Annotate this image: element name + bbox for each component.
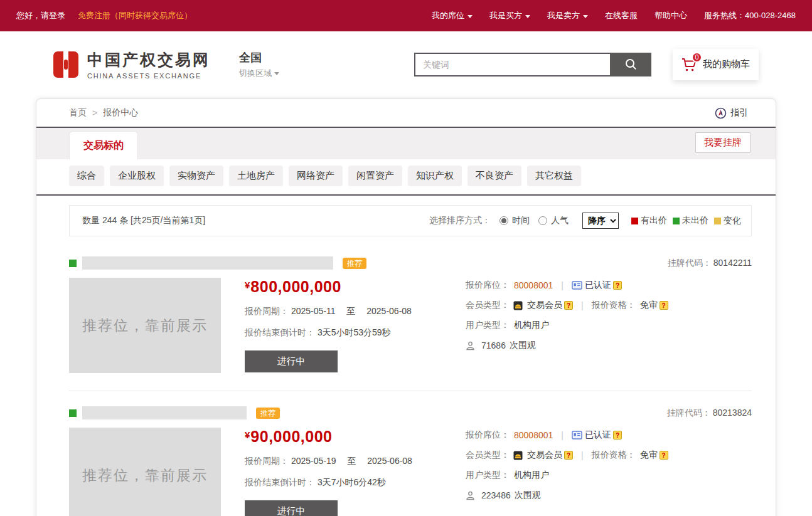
category-physical-assets[interactable]: 实物资产: [169, 166, 223, 186]
category-intellectual-property[interactable]: 知识产权: [408, 166, 462, 186]
online-service-label: 在线客服: [605, 10, 638, 21]
user-type-label: 用户类型：: [466, 470, 510, 481]
member-type-value: 交易会员: [527, 450, 562, 461]
period-start-date: 2025-05-11: [291, 306, 336, 316]
sort-time-label[interactable]: 时间: [512, 215, 530, 226]
register-link[interactable]: 免费注册（同时获得交易席位）: [78, 10, 192, 21]
help-icon[interactable]: [564, 451, 573, 460]
no-bid-status-square: [69, 260, 77, 267]
sort-popularity-radio[interactable]: [538, 216, 547, 225]
listing-list: 推荐 挂牌代码：80142211 推荐位，靠前展示 ¥800,000,000 报…: [36, 241, 776, 516]
period-end-date: 2025-06-08: [367, 456, 412, 466]
sort-label: 选择排序方式：: [429, 215, 491, 226]
help-icon[interactable]: [660, 301, 668, 310]
countdown-value: 3天5小时53分59秒: [318, 327, 391, 337]
certified-label: 已认证: [585, 280, 611, 291]
category-distressed-assets[interactable]: 不良资产: [467, 166, 521, 186]
main-panel: 首页 > 报价中心 指引 交易标的 我要挂牌 综合 企业股权 实物资产 土地房产…: [36, 98, 776, 516]
cart-button[interactable]: 0 我的购物车: [673, 49, 759, 80]
member-type-label: 会员类型：: [466, 450, 510, 461]
search-button[interactable]: [610, 53, 651, 76]
period-start-date: 2025-05-19: [291, 456, 336, 466]
category-land-property[interactable]: 土地房产: [229, 166, 283, 186]
qualification-label: 报价资格：: [592, 300, 636, 311]
region-switch-label: 切换区域: [239, 68, 272, 79]
currency-symbol: ¥: [245, 280, 250, 290]
seat-label: 报价席位：: [466, 280, 510, 291]
category-network-assets[interactable]: 网络资产: [289, 166, 343, 186]
recommended-badge: 推荐: [343, 258, 366, 269]
view-count-suffix: 次围观: [510, 340, 536, 351]
search-icon: [624, 58, 638, 71]
thumbnail-placeholder-text: 推荐位，靠前展示: [82, 466, 208, 485]
region-name: 全国: [239, 50, 279, 65]
no-bid-label: 未出价: [682, 215, 708, 226]
list-asset-button[interactable]: 我要挂牌: [695, 132, 751, 153]
qualification-value: 免审: [640, 300, 658, 311]
help-icon[interactable]: [660, 451, 668, 460]
seller-menu[interactable]: 我是卖方: [547, 10, 588, 21]
service-hotline: 服务热线：400-028-2468: [704, 10, 796, 21]
listing-code-label: 挂牌代码：: [668, 258, 712, 268]
help-icon[interactable]: [564, 301, 573, 310]
buyer-label: 我是买方: [489, 10, 522, 21]
help-center-label: 帮助中心: [654, 10, 687, 21]
category-equity[interactable]: 企业股权: [110, 166, 164, 186]
site-logo[interactable]: 中国产权交易网 CHINA ASSETS EXCHANGE: [53, 50, 210, 80]
search-input[interactable]: [414, 53, 610, 76]
online-service-link[interactable]: 在线客服: [605, 10, 638, 21]
divider: |: [581, 300, 584, 310]
category-other-rights[interactable]: 其它权益: [527, 166, 581, 186]
sort-time-radio[interactable]: [499, 216, 508, 225]
seat-number-link[interactable]: 80008001: [514, 430, 553, 440]
no-bid-status-square: [69, 409, 77, 417]
chevron-down-icon: [467, 15, 473, 18]
viewer-icon: [466, 491, 475, 500]
period-to: 至: [347, 456, 356, 466]
in-progress-button[interactable]: 进行中: [245, 350, 338, 372]
changed-color-swatch: [714, 218, 721, 224]
listing-title-placeholder[interactable]: [82, 406, 247, 419]
chevron-down-icon: [274, 72, 279, 75]
divider: |: [561, 430, 564, 440]
thumbnail-placeholder-text: 推荐位，靠前展示: [82, 316, 208, 335]
login-link[interactable]: 您好，请登录: [16, 10, 65, 21]
changed-label: 变化: [724, 215, 741, 226]
tab-band: 交易标的 我要挂牌: [36, 128, 776, 159]
order-select[interactable]: 降序: [582, 213, 619, 229]
in-progress-button[interactable]: 进行中: [245, 500, 338, 516]
region-switcher[interactable]: 切换区域: [239, 68, 279, 79]
help-icon[interactable]: [613, 431, 622, 440]
cart-icon: 0: [681, 56, 698, 73]
breadcrumb-home[interactable]: 首页: [69, 107, 87, 118]
guide-button[interactable]: 指引: [715, 107, 748, 119]
listing-card: 推荐 挂牌代码：80142211 推荐位，靠前展示 ¥800,000,000 报…: [69, 241, 752, 391]
seller-label: 我是卖方: [547, 10, 580, 21]
help-icon[interactable]: [613, 281, 622, 290]
has-bid-label: 有出价: [641, 215, 667, 226]
cart-label: 我的购物车: [703, 58, 750, 70]
chevron-down-icon: [583, 15, 588, 18]
my-seat-label: 我的席位: [432, 10, 464, 21]
listing-thumbnail[interactable]: 推荐位，靠前展示: [69, 278, 221, 373]
category-idle-assets[interactable]: 闲置资产: [348, 166, 402, 186]
status-legend: 有出价 未出价 变化: [631, 215, 741, 226]
buyer-menu[interactable]: 我是买方: [489, 10, 530, 21]
period-end-date: 2025-06-08: [366, 306, 412, 316]
listing-thumbnail[interactable]: 推荐位，靠前展示: [69, 428, 221, 516]
my-seat-menu[interactable]: 我的席位: [432, 10, 473, 21]
sort-popularity-label[interactable]: 人气: [551, 215, 569, 226]
help-center-link[interactable]: 帮助中心: [654, 10, 687, 21]
view-count: 223486: [481, 490, 511, 500]
breadcrumb-current: 报价中心: [103, 107, 138, 118]
category-filter-row: 综合 企业股权 实物资产 土地房产 网络资产 闲置资产 知识产权 不良资产 其它…: [36, 159, 776, 196]
category-all[interactable]: 综合: [69, 166, 104, 186]
tab-trading-targets[interactable]: 交易标的: [69, 131, 138, 159]
qualification-value: 免审: [640, 450, 658, 461]
listing-title-placeholder[interactable]: [82, 256, 333, 270]
top-utility-bar: 您好，请登录 免费注册（同时获得交易席位） 我的席位 我是买方 我是卖方 在线客…: [0, 0, 812, 31]
seat-number-link[interactable]: 80008001: [514, 280, 553, 290]
site-name-en: CHINA ASSETS EXCHANGE: [87, 72, 210, 80]
viewer-icon: [466, 341, 475, 350]
countdown-label: 报价结束倒计时：: [245, 327, 315, 337]
